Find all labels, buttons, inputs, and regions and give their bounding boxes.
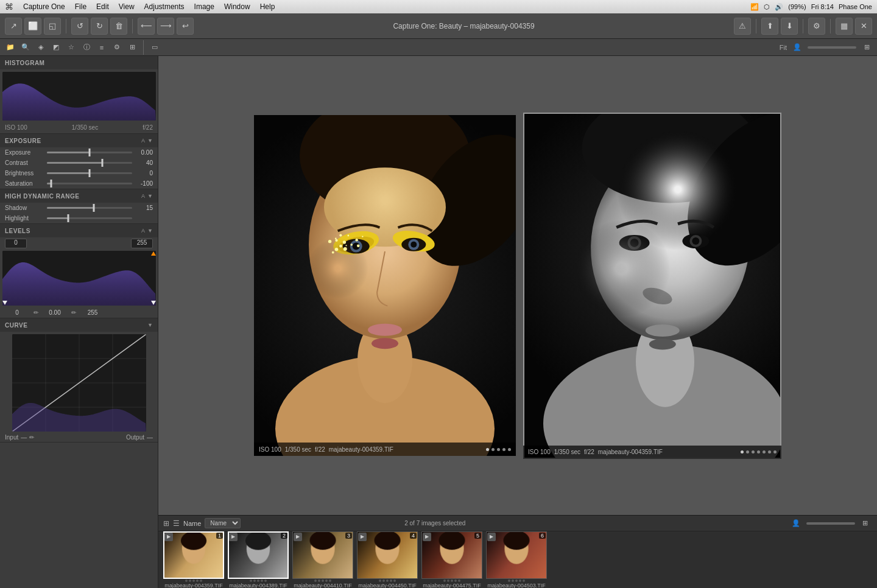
menu-help[interactable]: Help xyxy=(260,2,275,11)
menu-capture-one[interactable]: Capture One xyxy=(23,2,65,11)
image-view[interactable]: ISO 100 1/350 sec f/22 majabeauty-004359… xyxy=(158,56,877,515)
apple-logo[interactable]: ⌘ xyxy=(5,2,13,12)
levels-min-input[interactable]: 0 xyxy=(5,239,27,248)
settings-btn[interactable]: ⚙ xyxy=(808,18,825,35)
curve-header[interactable]: CURVE ▼ xyxy=(0,318,158,332)
star-icon[interactable]: ☆ xyxy=(65,41,78,54)
shadow-label: Shadow xyxy=(5,205,44,211)
transform-tool[interactable]: ◱ xyxy=(44,18,61,35)
levels-max-input[interactable]: 255 xyxy=(131,239,153,248)
trash-btn[interactable]: 🗑 xyxy=(110,18,127,35)
close-btn[interactable]: ✕ xyxy=(855,18,872,35)
levels-bottom-left: 0 xyxy=(5,309,29,316)
thumb-num-4: 4 xyxy=(410,533,417,539)
warning-btn[interactable]: ⚠ xyxy=(734,18,751,35)
output-label: Output xyxy=(126,434,144,441)
grid-view-icon[interactable]: ⊞ xyxy=(125,41,139,54)
histogram-iso: ISO 100 xyxy=(5,124,27,131)
color-photo-shutter: 1/350 sec xyxy=(285,446,311,453)
thumb-num-3: 3 xyxy=(345,533,352,539)
crop-tool[interactable]: ⬜ xyxy=(24,18,41,35)
arrow-tool[interactable]: ↗ xyxy=(5,18,22,35)
bw-dot5 xyxy=(763,450,766,453)
brightness-value: 0 xyxy=(135,170,153,177)
menu-window[interactable]: Window xyxy=(224,2,250,11)
curve-eyedropper[interactable]: ✏ xyxy=(29,434,34,441)
hdr-header[interactable]: HIGH DYNAMIC RANGE A ▼ xyxy=(0,189,158,203)
sort-select[interactable]: Name Date Rating xyxy=(205,518,241,528)
menu-view[interactable]: View xyxy=(119,2,135,11)
eyedropper-gray-icon[interactable]: ✏ xyxy=(69,308,78,317)
layout-btn[interactable]: ▦ xyxy=(836,18,853,35)
help-icon[interactable]: ⓘ xyxy=(80,41,93,54)
panel-view-icon[interactable]: ▭ xyxy=(148,41,161,54)
filmstrip-thumb-6[interactable]: 6▶majabeauty-004503.TIF xyxy=(486,531,547,588)
redo2-btn[interactable]: ⟶ xyxy=(157,18,174,35)
tag-icon[interactable]: ◩ xyxy=(49,41,63,54)
filmstrip-user-icon[interactable]: 👤 xyxy=(789,517,803,530)
menu-image[interactable]: Image xyxy=(194,2,214,11)
levels-chevron: ▼ xyxy=(147,228,153,234)
user-icon[interactable]: 👤 xyxy=(791,41,804,54)
histogram-header[interactable]: HISTOGRAM xyxy=(0,56,158,69)
eyedropper-black-icon[interactable]: ✏ xyxy=(32,308,40,317)
menu-file[interactable]: File xyxy=(75,2,86,11)
main-toolbar: ↗ ⬜ ◱ ↺ ↻ 🗑 ⟵ ⟶ ↩ Capture One: Beauty – … xyxy=(0,13,877,39)
histogram-aperture: f/22 xyxy=(143,124,153,131)
bw-image-container: ISO 100 1/350 sec f/22 majabeauty-004359… xyxy=(523,113,781,459)
levels-header[interactable]: LEVELS A ▼ xyxy=(0,224,158,237)
sep6 xyxy=(143,40,144,55)
filmstrip-thumb-2[interactable]: 2▶majabeauty-004389.TIF xyxy=(228,531,289,588)
list-icon[interactable]: ☰ xyxy=(173,519,180,528)
exposure-slider[interactable] xyxy=(47,152,132,153)
undo-btn[interactable]: ↺ xyxy=(71,18,88,35)
exposure-header[interactable]: EXPOSURE A ▼ xyxy=(0,134,158,147)
grid-icon[interactable]: ⊞ xyxy=(163,519,169,528)
zoom-slider[interactable] xyxy=(808,46,856,49)
shadow-slider[interactable] xyxy=(47,207,132,209)
expand-icon[interactable]: ⊞ xyxy=(860,41,873,54)
levels-canvas[interactable] xyxy=(2,251,156,306)
histogram-shutter: 1/350 sec xyxy=(72,124,98,131)
search-icon[interactable]: 🔍 xyxy=(19,41,32,54)
sort-label: Name xyxy=(183,520,201,527)
curve-canvas[interactable] xyxy=(12,334,146,432)
menu-adjustments[interactable]: Adjustments xyxy=(144,2,185,11)
undo2-btn[interactable]: ⟵ xyxy=(138,18,155,35)
contrast-label: Contrast xyxy=(5,159,44,166)
volume-icon: 🔊 xyxy=(775,3,783,11)
export-btn[interactable]: ⬆ xyxy=(761,18,778,35)
thumb-badge-2: ▶ xyxy=(229,533,238,541)
filmstrip-thumb-3[interactable]: 3▶majabeauty-004410.TIF xyxy=(292,531,353,588)
input-label: Input xyxy=(5,434,18,441)
histogram-canvas xyxy=(2,72,156,121)
clock: Fri 8:14 xyxy=(811,3,834,10)
reset-btn[interactable]: ↩ xyxy=(177,18,194,35)
saturation-slider[interactable] xyxy=(47,183,132,184)
sep4 xyxy=(803,19,803,33)
thumb-name-4: majabeauty-004450.TIF xyxy=(357,583,418,589)
contrast-slider[interactable] xyxy=(47,162,132,164)
histogram-title: HISTOGRAM xyxy=(5,60,44,66)
filter-icon[interactable]: ◈ xyxy=(34,41,48,54)
filmstrip-toolbar: ⊞ ☰ Name Name Date Rating 2 of 7 images … xyxy=(158,516,877,531)
filmstrip-images[interactable]: 1▶majabeauty-004359.TIF2▶majabeauty-0043… xyxy=(158,531,877,588)
filmstrip-thumb-1[interactable]: 1▶majabeauty-004359.TIF xyxy=(163,531,224,588)
redo-btn[interactable]: ↻ xyxy=(91,18,108,35)
exposure-label: Exposure xyxy=(5,149,44,156)
filmstrip-zoom[interactable] xyxy=(806,522,855,525)
highlight-slider[interactable] xyxy=(47,217,132,219)
exposure-value: 0.00 xyxy=(135,149,153,156)
brightness-slider[interactable] xyxy=(47,172,132,174)
filmstrip-thumb-4[interactable]: 4▶majabeauty-004450.TIF xyxy=(357,531,418,588)
settings2-icon[interactable]: ⚙ xyxy=(110,41,124,54)
filmstrip-expand-icon[interactable]: ⊞ xyxy=(859,517,872,530)
highlight-label: Highlight xyxy=(5,215,44,222)
thumb-badge-1: ▶ xyxy=(164,533,173,541)
folder-icon[interactable]: 📁 xyxy=(4,41,17,54)
bw-photo-shutter: 1/350 sec xyxy=(554,449,580,455)
menu-edit[interactable]: Edit xyxy=(96,2,109,11)
info-icon[interactable]: ≡ xyxy=(95,41,108,54)
filmstrip-thumb-5[interactable]: 5▶majabeauty-004475.TIF xyxy=(421,531,482,588)
import-btn[interactable]: ⬇ xyxy=(781,18,798,35)
